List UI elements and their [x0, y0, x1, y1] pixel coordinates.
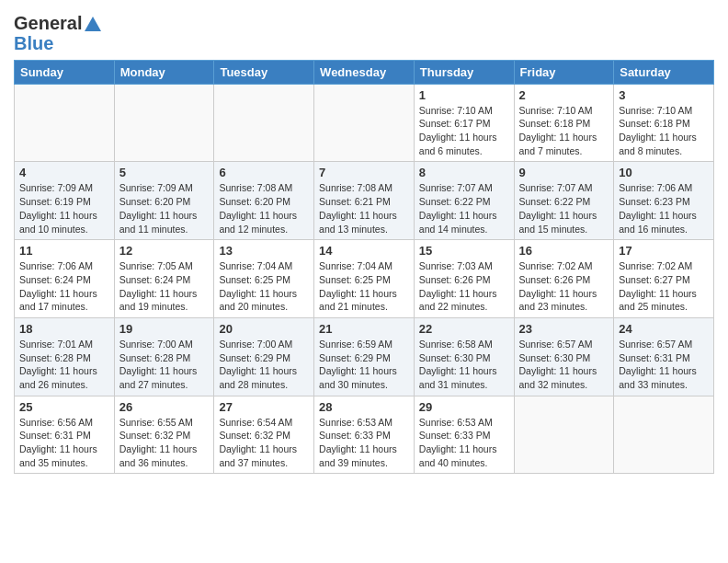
day-cell: 3Sunrise: 7:10 AM Sunset: 6:18 PM Daylig… — [614, 84, 714, 162]
day-number: 24 — [619, 322, 709, 336]
day-number: 18 — [19, 322, 109, 336]
week-row-5: 25Sunrise: 6:56 AM Sunset: 6:31 PM Dayli… — [15, 396, 714, 474]
day-number: 13 — [219, 244, 309, 258]
day-number: 5 — [119, 166, 210, 179]
day-cell — [314, 84, 415, 162]
day-info: Sunrise: 7:05 AM Sunset: 6:24 PM Dayligh… — [119, 259, 210, 314]
day-cell: 21Sunrise: 6:59 AM Sunset: 6:29 PM Dayli… — [314, 317, 415, 396]
day-info: Sunrise: 7:00 AM Sunset: 6:29 PM Dayligh… — [219, 338, 309, 392]
day-info: Sunrise: 6:57 AM Sunset: 6:30 PM Dayligh… — [519, 338, 609, 392]
day-cell: 25Sunrise: 6:56 AM Sunset: 6:31 PM Dayli… — [15, 396, 115, 474]
day-cell: 15Sunrise: 7:03 AM Sunset: 6:26 PM Dayli… — [414, 240, 514, 318]
day-cell: 28Sunrise: 6:53 AM Sunset: 6:33 PM Dayli… — [314, 396, 415, 474]
day-info: Sunrise: 6:54 AM Sunset: 6:32 PM Dayligh… — [219, 416, 309, 470]
day-info: Sunrise: 6:57 AM Sunset: 6:31 PM Dayligh… — [619, 338, 709, 392]
day-number: 14 — [319, 244, 409, 258]
day-number: 9 — [519, 166, 609, 179]
day-info: Sunrise: 7:07 AM Sunset: 6:22 PM Dayligh… — [519, 181, 609, 236]
day-cell: 6Sunrise: 7:08 AM Sunset: 6:20 PM Daylig… — [214, 162, 314, 240]
day-info: Sunrise: 6:53 AM Sunset: 6:33 PM Dayligh… — [419, 416, 509, 470]
day-cell: 24Sunrise: 6:57 AM Sunset: 6:31 PM Dayli… — [614, 317, 714, 396]
day-info: Sunrise: 7:04 AM Sunset: 6:25 PM Dayligh… — [319, 259, 409, 314]
day-number: 17 — [619, 244, 709, 258]
day-info: Sunrise: 7:01 AM Sunset: 6:28 PM Dayligh… — [19, 338, 109, 392]
day-info: Sunrise: 6:56 AM Sunset: 6:31 PM Dayligh… — [19, 416, 109, 470]
day-cell: 23Sunrise: 6:57 AM Sunset: 6:30 PM Dayli… — [514, 317, 614, 396]
day-number: 7 — [319, 166, 409, 179]
day-info: Sunrise: 7:04 AM Sunset: 6:25 PM Dayligh… — [219, 259, 309, 314]
week-row-1: 1Sunrise: 7:10 AM Sunset: 6:17 PM Daylig… — [15, 84, 714, 162]
weekday-header-thursday: Thursday — [414, 60, 514, 84]
day-info: Sunrise: 6:59 AM Sunset: 6:29 PM Dayligh… — [319, 338, 409, 392]
day-number: 11 — [19, 244, 109, 258]
day-number: 4 — [19, 166, 109, 179]
weekday-header-friday: Friday — [514, 60, 614, 84]
day-info: Sunrise: 7:02 AM Sunset: 6:27 PM Dayligh… — [619, 259, 709, 314]
day-cell: 13Sunrise: 7:04 AM Sunset: 6:25 PM Dayli… — [214, 240, 314, 318]
day-number: 3 — [619, 88, 709, 102]
weekday-header-sunday: Sunday — [15, 60, 115, 84]
header: General Blue — [14, 9, 714, 54]
day-cell: 4Sunrise: 7:09 AM Sunset: 6:19 PM Daylig… — [15, 162, 115, 240]
day-info: Sunrise: 7:10 AM Sunset: 6:18 PM Dayligh… — [519, 104, 609, 158]
day-cell: 17Sunrise: 7:02 AM Sunset: 6:27 PM Dayli… — [614, 240, 714, 318]
day-info: Sunrise: 7:10 AM Sunset: 6:18 PM Dayligh… — [619, 104, 709, 158]
day-number: 8 — [419, 166, 509, 179]
calendar-table: SundayMondayTuesdayWednesdayThursdayFrid… — [14, 60, 714, 475]
logo-icon — [83, 15, 103, 35]
day-number: 19 — [119, 322, 210, 336]
day-cell: 7Sunrise: 7:08 AM Sunset: 6:21 PM Daylig… — [314, 162, 415, 240]
day-cell — [614, 396, 714, 474]
day-number: 15 — [419, 244, 509, 258]
day-info: Sunrise: 7:08 AM Sunset: 6:20 PM Dayligh… — [219, 181, 309, 236]
day-info: Sunrise: 7:06 AM Sunset: 6:24 PM Dayligh… — [19, 259, 109, 314]
day-number: 20 — [219, 322, 309, 336]
day-info: Sunrise: 7:10 AM Sunset: 6:17 PM Dayligh… — [419, 104, 509, 158]
day-cell: 29Sunrise: 6:53 AM Sunset: 6:33 PM Dayli… — [414, 396, 514, 474]
day-info: Sunrise: 7:00 AM Sunset: 6:28 PM Dayligh… — [119, 338, 210, 392]
day-cell — [214, 84, 314, 162]
day-cell: 14Sunrise: 7:04 AM Sunset: 6:25 PM Dayli… — [314, 240, 415, 318]
week-row-4: 18Sunrise: 7:01 AM Sunset: 6:28 PM Dayli… — [15, 317, 714, 396]
day-number: 29 — [419, 400, 509, 414]
day-number: 10 — [619, 166, 709, 179]
day-cell: 2Sunrise: 7:10 AM Sunset: 6:18 PM Daylig… — [514, 84, 614, 162]
day-cell: 19Sunrise: 7:00 AM Sunset: 6:28 PM Dayli… — [114, 317, 214, 396]
day-number: 26 — [119, 400, 210, 414]
weekday-header-wednesday: Wednesday — [314, 60, 415, 84]
day-cell: 11Sunrise: 7:06 AM Sunset: 6:24 PM Dayli… — [15, 240, 115, 318]
weekday-header-row: SundayMondayTuesdayWednesdayThursdayFrid… — [15, 60, 714, 84]
day-cell: 9Sunrise: 7:07 AM Sunset: 6:22 PM Daylig… — [514, 162, 614, 240]
weekday-header-monday: Monday — [114, 60, 214, 84]
logo: General Blue — [14, 13, 103, 54]
day-info: Sunrise: 7:08 AM Sunset: 6:21 PM Dayligh… — [319, 181, 409, 236]
day-cell: 12Sunrise: 7:05 AM Sunset: 6:24 PM Dayli… — [114, 240, 214, 318]
svg-marker-0 — [85, 17, 101, 31]
day-info: Sunrise: 6:55 AM Sunset: 6:32 PM Dayligh… — [119, 416, 210, 470]
day-cell: 5Sunrise: 7:09 AM Sunset: 6:20 PM Daylig… — [114, 162, 214, 240]
day-cell: 8Sunrise: 7:07 AM Sunset: 6:22 PM Daylig… — [414, 162, 514, 240]
day-cell: 18Sunrise: 7:01 AM Sunset: 6:28 PM Dayli… — [15, 317, 115, 396]
day-number: 2 — [519, 88, 609, 102]
day-cell: 20Sunrise: 7:00 AM Sunset: 6:29 PM Dayli… — [214, 317, 314, 396]
day-number: 16 — [519, 244, 609, 258]
day-number: 6 — [219, 166, 309, 179]
day-cell: 22Sunrise: 6:58 AM Sunset: 6:30 PM Dayli… — [414, 317, 514, 396]
logo-blue: Blue — [14, 33, 103, 54]
day-info: Sunrise: 7:02 AM Sunset: 6:26 PM Dayligh… — [519, 259, 609, 314]
day-number: 12 — [119, 244, 210, 258]
day-number: 25 — [19, 400, 109, 414]
day-cell — [114, 84, 214, 162]
day-cell: 26Sunrise: 6:55 AM Sunset: 6:32 PM Dayli… — [114, 396, 214, 474]
day-info: Sunrise: 6:53 AM Sunset: 6:33 PM Dayligh… — [319, 416, 409, 470]
weekday-header-saturday: Saturday — [614, 60, 714, 84]
day-number: 1 — [419, 88, 509, 102]
day-info: Sunrise: 7:03 AM Sunset: 6:26 PM Dayligh… — [419, 259, 509, 314]
logo-content: General Blue — [14, 13, 103, 54]
day-number: 23 — [519, 322, 609, 336]
day-cell: 10Sunrise: 7:06 AM Sunset: 6:23 PM Dayli… — [614, 162, 714, 240]
week-row-3: 11Sunrise: 7:06 AM Sunset: 6:24 PM Dayli… — [15, 240, 714, 318]
day-info: Sunrise: 7:09 AM Sunset: 6:20 PM Dayligh… — [119, 181, 210, 236]
day-number: 21 — [319, 322, 409, 336]
day-number: 22 — [419, 322, 509, 336]
